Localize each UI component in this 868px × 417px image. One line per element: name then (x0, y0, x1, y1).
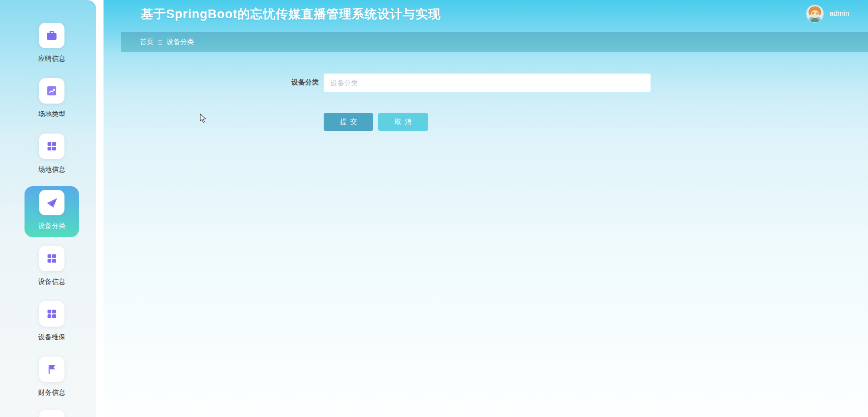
breadcrumb: 首页 Ξ 设备分类 (121, 32, 868, 52)
sidebar-item-label: 场地信息 (38, 165, 65, 174)
sidebar-item-venue-info[interactable]: 场地信息 (0, 134, 104, 174)
mouse-cursor (200, 114, 209, 125)
grid-icon (39, 301, 64, 327)
sidebar-item-device-info[interactable]: 设备信息 (0, 246, 104, 286)
sidebar-item-finance-info[interactable]: 财务信息 (0, 357, 104, 397)
sidebar-item-device-category[interactable]: 设备分类 (25, 186, 79, 237)
grid-icon (39, 246, 64, 271)
device-category-input[interactable] (324, 74, 651, 92)
sidebar-item-label: 财务信息 (38, 388, 65, 397)
sidebar-item-label: 应聘信息 (38, 55, 65, 63)
paper-plane-icon (39, 190, 64, 215)
sidebar-item-label: 设备分类 (38, 222, 65, 230)
username-label: admin (829, 10, 849, 18)
sidebar-item-venue-type[interactable]: 场地类型 (0, 78, 104, 118)
breadcrumb-current: 设备分类 (167, 38, 194, 46)
trend-chart-icon (39, 78, 64, 104)
sidebar-item-device-maintenance[interactable]: 设备维保 (0, 301, 104, 341)
briefcase-icon (39, 23, 64, 48)
submit-button[interactable]: 提交 (324, 113, 373, 131)
user-area[interactable]: admin (806, 5, 849, 22)
cancel-button[interactable]: 取消 (378, 113, 428, 131)
sidebar-item-recruit-info[interactable]: 应聘信息 (0, 23, 104, 63)
device-category-label: 设备分类 (254, 78, 319, 86)
breadcrumb-separator-icon: Ξ (158, 39, 162, 46)
sidebar-item-label: 设备信息 (38, 278, 65, 286)
grid-icon (39, 134, 64, 159)
page-title: 基于SpringBoot的忘忧传媒直播管理系统设计与实现 (141, 6, 441, 22)
breadcrumb-home-link[interactable]: 首页 (140, 38, 153, 46)
page-background (0, 0, 868, 417)
sidebar-item-label: 设备维保 (38, 333, 65, 341)
flag-icon (39, 357, 64, 382)
avatar[interactable] (806, 5, 824, 22)
sidebar-item-partial (39, 410, 64, 417)
sidebar-item-label: 场地类型 (38, 110, 65, 118)
